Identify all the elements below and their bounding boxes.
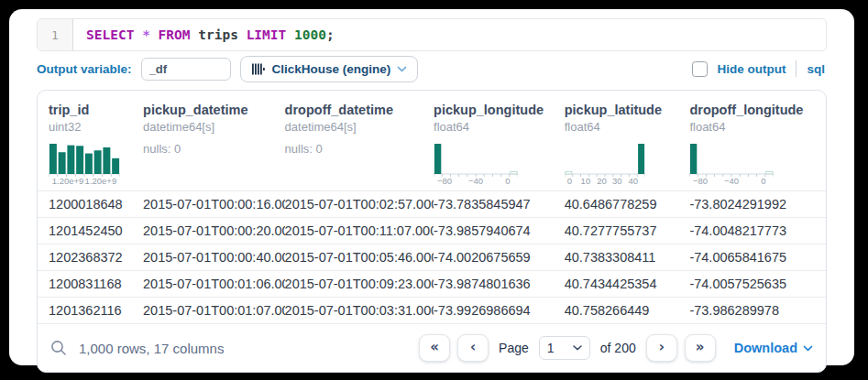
column-histogram: −80−400 — [434, 140, 518, 186]
table-cell: -73.9874801636 — [434, 277, 565, 291]
svg-text:40: 40 — [628, 176, 638, 186]
table-row: 12013621162015-07-01T00:01:07.0002015-07… — [38, 297, 826, 323]
table-cell: 2015-07-01T00:09:23.000 — [285, 277, 434, 291]
column-type: uint32 — [49, 120, 137, 134]
column-header-dropoff_datetime: dropoff_datetimedatetime64[s]nulls: 0 — [285, 103, 434, 186]
column-name: dropoff_longitude — [689, 103, 820, 117]
column-type: float64 — [565, 120, 685, 134]
svg-text:−80: −80 — [693, 176, 708, 186]
table-header-row: trip_iduint321.20e+91.20e+9pickup_dateti… — [38, 91, 826, 190]
table-cell: 2015-07-01T00:02:57.000 — [285, 197, 434, 212]
table-cell: -73.9857940674 — [434, 223, 565, 238]
sql-cell-widget: 1 SELECT * FROM trips LIMIT 1000; Output… — [9, 9, 854, 365]
column-name: pickup_longitude — [434, 103, 559, 117]
column-nulls: nulls: 0 — [143, 142, 280, 156]
table-cell: 2015-07-01T00:03:31.000 — [285, 303, 434, 318]
column-type: float64 — [434, 120, 559, 134]
sql-token-operator: * — [142, 27, 150, 42]
column-header-trip_id: trip_iduint321.20e+91.20e+9 — [49, 103, 143, 186]
page-select[interactable]: 1 — [539, 336, 590, 360]
table-body: 12000186482015-07-01T00:00:16.0002015-07… — [38, 190, 826, 323]
table-cell: -73.7835845947 — [434, 197, 565, 212]
column-type: float64 — [689, 120, 820, 134]
svg-text:−40: −40 — [724, 176, 739, 186]
sql-token-keyword: FROM — [159, 27, 191, 42]
column-type: datetime64[s] — [285, 120, 428, 134]
svg-text:−40: −40 — [468, 176, 483, 186]
column-name: pickup_latitude — [565, 103, 685, 117]
output-variable-input[interactable] — [141, 58, 231, 81]
footer-summary-group: 1,000 rows, 17 columns — [50, 340, 224, 356]
svg-text:1.20e+9: 1.20e+9 — [52, 176, 84, 186]
table-cell: -73.9926986694 — [434, 303, 565, 318]
table-cell: 40.758266449 — [565, 303, 690, 318]
column-nulls: nulls: 0 — [285, 142, 428, 156]
table-row: 12000186482015-07-01T00:00:16.0002015-07… — [38, 190, 826, 217]
chevron-down-icon — [573, 345, 582, 351]
download-label: Download — [734, 341, 797, 355]
column-histogram: 1.20e+91.20e+9 — [49, 140, 120, 186]
sql-editor[interactable]: 1 SELECT * FROM trips LIMIT 1000; — [37, 18, 827, 51]
first-page-button[interactable]: « — [419, 334, 450, 362]
table-cell: 40.7277755737 — [565, 223, 690, 238]
table-cell: 2015-07-01T00:11:07.000 — [285, 223, 434, 238]
svg-text:30: 30 — [612, 176, 622, 186]
table-row: 12023683722015-07-01T00:00:40.0002015-07… — [38, 244, 826, 270]
table-cell: 1201452450 — [49, 223, 143, 238]
table-cell: 40.7383308411 — [565, 250, 690, 265]
language-badge-sql[interactable]: sql — [807, 62, 825, 76]
column-histogram: 010203040 — [565, 140, 645, 186]
svg-text:0: 0 — [505, 176, 510, 186]
sql-token-keyword: LIMIT — [247, 27, 287, 42]
page-label: Page — [499, 341, 529, 355]
sql-token-plain: trips — [191, 27, 247, 42]
engine-label: ClickHouse (engine) — [272, 62, 391, 76]
table-cell: -74.0065841675 — [689, 250, 826, 265]
sql-code-line[interactable]: SELECT * FROM trips LIMIT 1000; — [73, 19, 826, 50]
page-select-value: 1 — [547, 341, 555, 355]
table-row: 12008311682015-07-01T00:01:06.0002015-07… — [38, 270, 826, 297]
last-page-button[interactable]: » — [685, 334, 716, 362]
table-cell: 1200831168 — [49, 277, 143, 291]
engine-dropdown[interactable]: ClickHouse (engine) — [240, 56, 419, 82]
toolbar-divider — [796, 60, 797, 77]
chevron-down-icon — [803, 345, 813, 352]
prev-page-button[interactable]: ‹ — [457, 334, 489, 362]
table-cell: 40.7434425354 — [565, 277, 690, 291]
table-cell: -74.0048217773 — [689, 223, 826, 238]
column-name: pickup_datetime — [143, 103, 280, 117]
table-cell: 2015-07-01T00:01:06.000 — [143, 277, 285, 291]
column-header-dropoff_longitude: dropoff_longitudefloat64−80−400 — [689, 103, 826, 186]
rows-columns-summary: 1,000 rows, 17 columns — [79, 341, 224, 356]
column-header-pickup_latitude: pickup_latitudefloat64010203040 — [565, 103, 690, 186]
svg-text:10: 10 — [580, 176, 590, 186]
line-number-gutter: 1 — [38, 19, 73, 50]
hide-output-label[interactable]: Hide output — [718, 62, 786, 76]
table-cell: 2015-07-01T00:00:40.000 — [143, 250, 285, 265]
output-variable-label: Output variable: — [37, 62, 132, 76]
column-name: trip_id — [49, 103, 137, 117]
pagination: « ‹ Page 1 of 200 › » Download — [419, 334, 813, 362]
column-histogram: −80−400 — [689, 140, 774, 186]
sql-token-plain — [286, 27, 294, 42]
clickhouse-logo-icon — [251, 63, 266, 75]
download-button[interactable]: Download — [734, 341, 813, 355]
column-name: dropoff_datetime — [285, 103, 428, 117]
table-row: 12014524502015-07-01T00:00:20.0002015-07… — [38, 217, 826, 244]
table-cell: 2015-07-01T00:00:16.000 — [143, 197, 285, 212]
table-footer: 1,000 rows, 17 columns « ‹ Page 1 of 200… — [38, 323, 826, 372]
table-cell: -73.8024291992 — [689, 197, 826, 212]
hide-output-checkbox[interactable] — [692, 61, 708, 77]
sql-token-plain — [150, 27, 159, 42]
table-cell: 1202368372 — [49, 250, 143, 265]
table-cell: -74.0020675659 — [434, 250, 565, 265]
svg-text:20: 20 — [597, 176, 607, 186]
sql-token-number: 1000 — [294, 27, 326, 42]
svg-text:1.20e+9: 1.20e+9 — [85, 176, 117, 186]
page-total-label: of 200 — [600, 341, 636, 355]
next-page-button[interactable]: › — [646, 334, 677, 362]
table-cell: -74.0057525635 — [689, 277, 826, 291]
column-header-pickup_longitude: pickup_longitudefloat64−80−400 — [434, 103, 565, 186]
search-icon[interactable] — [50, 340, 67, 356]
sql-token-plain — [134, 27, 142, 42]
